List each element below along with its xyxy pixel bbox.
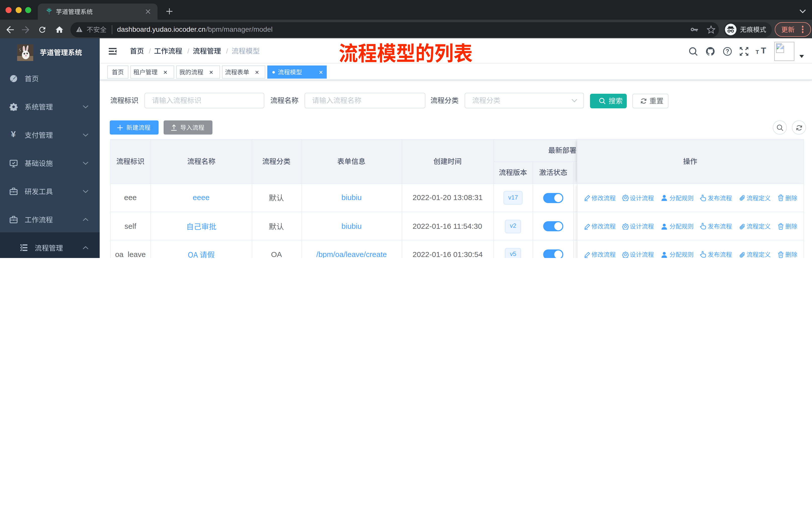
svg-text:?: ? xyxy=(726,48,729,54)
